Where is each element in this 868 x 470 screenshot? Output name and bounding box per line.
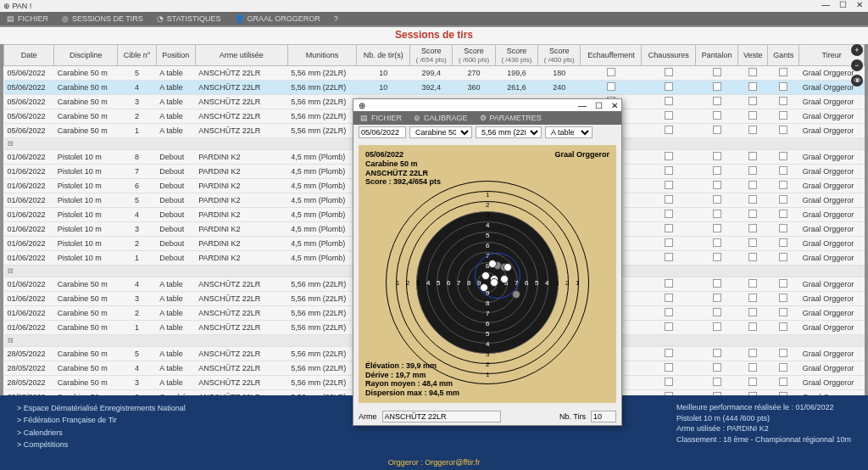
checkbox[interactable] <box>779 224 787 232</box>
checkbox[interactable] <box>748 210 757 218</box>
checkbox[interactable] <box>713 152 721 160</box>
checkbox[interactable] <box>713 195 721 204</box>
checkbox[interactable] <box>779 378 787 386</box>
checkbox[interactable] <box>779 279 787 288</box>
col-header[interactable]: Score( /600 pts) <box>453 45 495 66</box>
menu-fichier[interactable]: ▤FICHIER <box>7 14 48 23</box>
checkbox[interactable] <box>713 363 721 372</box>
checkbox[interactable] <box>713 126 721 134</box>
table-row[interactable]: 05/06/2022Carabine 50 m4A tableANSCHÜTZ … <box>4 81 865 95</box>
checkbox[interactable] <box>665 279 673 288</box>
checkbox[interactable] <box>665 68 673 76</box>
checkbox[interactable] <box>713 238 721 247</box>
col-header[interactable]: Discipline <box>54 45 118 66</box>
maximize-icon[interactable]: ☐ <box>834 0 851 9</box>
checkbox[interactable] <box>713 349 721 357</box>
col-header[interactable]: Score( /436 pts) <box>495 45 537 66</box>
checkbox[interactable] <box>748 363 757 372</box>
col-header[interactable]: Munitions <box>287 45 357 66</box>
footer-link[interactable]: > Calendriers <box>17 427 186 439</box>
checkbox[interactable] <box>713 322 721 331</box>
footer-link[interactable]: > Espace Dématérialisé Enregistrements N… <box>17 402 186 414</box>
checkbox[interactable] <box>665 378 673 386</box>
col-header[interactable]: Date <box>4 45 54 66</box>
checkbox[interactable] <box>779 294 787 302</box>
close-icon[interactable]: ✕ <box>851 0 868 9</box>
checkbox[interactable] <box>748 126 757 134</box>
checkbox[interactable] <box>713 279 721 288</box>
dialog-munition-select[interactable]: 5,56 mm (22LR) <box>476 126 542 138</box>
checkbox[interactable] <box>748 195 757 204</box>
checkbox[interactable] <box>748 111 757 120</box>
checkbox[interactable] <box>748 279 757 288</box>
checkbox[interactable] <box>779 126 787 134</box>
col-header[interactable]: Score( /400 pts) <box>538 45 581 66</box>
checkbox[interactable] <box>748 224 757 232</box>
dialog-menu-calibrage[interactable]: ⊚CALIBRAGE <box>414 114 468 122</box>
checkbox[interactable] <box>713 224 721 232</box>
menu-sessions[interactable]: ◎SESSIONS DE TIRS <box>62 14 143 23</box>
checkbox[interactable] <box>713 253 721 261</box>
menu-help[interactable]: ? <box>334 14 338 23</box>
checkbox[interactable] <box>665 97 673 105</box>
dialog-minimize-icon[interactable]: — <box>578 101 587 110</box>
checkbox[interactable] <box>748 68 757 76</box>
checkbox[interactable] <box>713 181 721 189</box>
footer-link[interactable]: > Fédération Française de Tir <box>17 414 186 426</box>
view-button[interactable]: 👁 <box>851 75 863 87</box>
dialog-close-icon[interactable]: ✕ <box>611 101 618 110</box>
checkbox[interactable] <box>665 224 673 232</box>
checkbox[interactable] <box>665 111 673 120</box>
checkbox[interactable] <box>713 97 721 105</box>
footer-link[interactable]: > Compétitions <box>17 439 186 450</box>
menu-user[interactable]: 👤GRAAL ORGGEROR <box>235 14 320 23</box>
checkbox[interactable] <box>748 253 757 261</box>
checkbox[interactable] <box>713 308 721 316</box>
checkbox[interactable] <box>748 349 757 357</box>
checkbox[interactable] <box>779 97 787 105</box>
col-header[interactable]: Cible n° <box>118 45 156 66</box>
checkbox[interactable] <box>779 322 787 331</box>
checkbox[interactable] <box>779 166 787 175</box>
checkbox[interactable] <box>779 111 787 120</box>
checkbox[interactable] <box>713 166 721 175</box>
checkbox[interactable] <box>779 181 787 189</box>
checkbox[interactable] <box>665 349 673 357</box>
col-header[interactable]: Pantalon <box>696 45 738 66</box>
checkbox[interactable] <box>665 82 673 91</box>
minimize-icon[interactable]: — <box>817 0 834 9</box>
dialog-menu-params[interactable]: ⚙PARAMETRES <box>480 114 542 122</box>
checkbox[interactable] <box>665 210 673 218</box>
checkbox[interactable] <box>748 97 757 105</box>
dialog-maximize-icon[interactable]: ☐ <box>595 101 603 110</box>
checkbox[interactable] <box>779 152 787 160</box>
dialog-menu-fichier[interactable]: ▤FICHIER <box>360 114 402 122</box>
checkbox[interactable] <box>665 181 673 189</box>
remove-button[interactable]: − <box>851 59 863 71</box>
checkbox[interactable] <box>748 322 757 331</box>
checkbox[interactable] <box>748 238 757 247</box>
col-header[interactable]: Veste <box>738 45 768 66</box>
checkbox[interactable] <box>779 308 787 316</box>
col-header[interactable]: Position <box>156 45 195 66</box>
checkbox[interactable] <box>665 253 673 261</box>
checkbox[interactable] <box>748 152 757 160</box>
col-header[interactable]: Echauffement <box>581 45 642 66</box>
checkbox[interactable] <box>665 195 673 204</box>
checkbox[interactable] <box>665 126 673 134</box>
checkbox[interactable] <box>607 82 615 91</box>
checkbox[interactable] <box>665 363 673 372</box>
checkbox[interactable] <box>748 294 757 302</box>
checkbox[interactable] <box>779 253 787 261</box>
checkbox[interactable] <box>748 82 757 91</box>
checkbox[interactable] <box>713 111 721 120</box>
checkbox[interactable] <box>713 294 721 302</box>
checkbox[interactable] <box>665 238 673 247</box>
checkbox[interactable] <box>779 82 787 91</box>
dialog-position-select[interactable]: A table <box>545 126 593 138</box>
checkbox[interactable] <box>713 378 721 386</box>
checkbox[interactable] <box>607 68 615 76</box>
checkbox[interactable] <box>779 68 787 76</box>
col-header[interactable]: Chaussures <box>642 45 696 66</box>
checkbox[interactable] <box>748 378 757 386</box>
